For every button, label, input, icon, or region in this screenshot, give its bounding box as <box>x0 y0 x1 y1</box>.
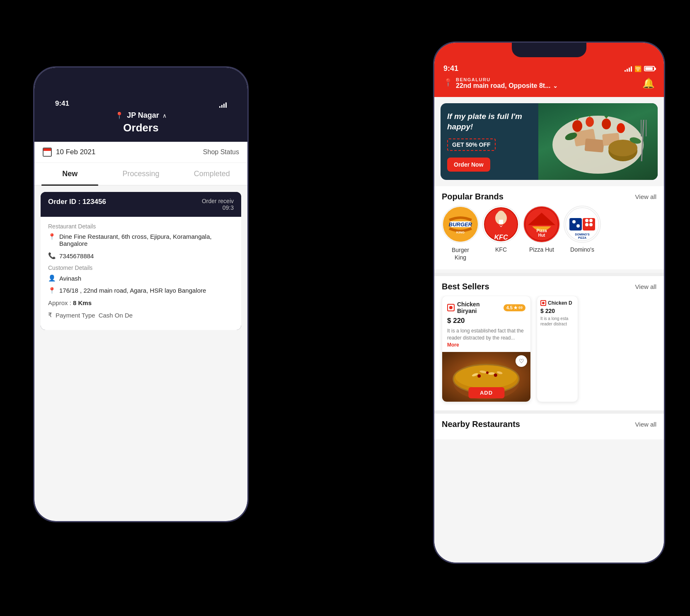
svg-point-44 <box>589 219 593 222</box>
orders-date: 10 Feb 2021 <box>43 148 95 157</box>
ph-logo: Pizza Hut <box>523 206 560 243</box>
food-card-partial-top: Chicken D $ 220 It is a long esta reader… <box>537 296 578 331</box>
svg-point-45 <box>585 223 588 226</box>
svg-point-6 <box>572 120 582 132</box>
customer-section-label: Customer Details <box>48 264 234 271</box>
brand-dominos[interactable]: DOMINO'S PIZZA Domino's <box>564 206 601 261</box>
svg-text:PIZZA: PIZZA <box>578 236 586 239</box>
front-signal-icon <box>625 66 632 72</box>
svg-point-51 <box>455 365 517 388</box>
popular-brands-section: Popular Brands View all BURGER <box>434 186 664 269</box>
back-location-row: 📍 JP Nagar ∧ <box>45 111 237 120</box>
dominos-name: Domino's <box>570 246 594 253</box>
front-time: 9:41 <box>443 64 458 73</box>
svg-rect-40 <box>583 218 595 230</box>
banner-image <box>538 103 658 180</box>
bk-logo: BURGER KING <box>442 206 479 243</box>
city-label: BENGALURU <box>456 77 558 82</box>
promo-banner[interactable]: If my plate is full I'm happy! GET 50% O… <box>441 103 658 180</box>
dominos-logo: DOMINO'S PIZZA <box>564 206 601 243</box>
notch-front <box>512 43 586 57</box>
star-icon: ★ <box>513 305 518 310</box>
address-pin-icon: 📍 <box>48 287 56 294</box>
calendar-icon <box>43 148 52 157</box>
nearby-section: Nearby Restaurants View all <box>434 414 664 439</box>
chevron-icon: ∧ <box>162 112 167 119</box>
bestsellers-title: Best Sellers <box>442 282 489 291</box>
order-received: Order receiv 09:3 <box>202 198 234 211</box>
svg-text:DOMINO'S: DOMINO'S <box>575 233 589 236</box>
bell-icon[interactable]: 🔔 <box>642 78 655 89</box>
nearby-title: Nearby Restaurants <box>442 420 520 429</box>
home-location-row: 📍 BENGALURU 22nd main road, Opposite 8t.… <box>443 77 655 90</box>
svg-point-56 <box>477 374 481 378</box>
svg-rect-39 <box>569 218 582 230</box>
bk-name: BurgerKing <box>452 246 469 261</box>
svg-point-29 <box>497 211 505 221</box>
bestsellers-row: Chicken Biryani 4.5 ★ 69 $ 220 It is a l… <box>434 296 664 408</box>
banner-content: If my plate is full I'm happy! GET 50% O… <box>441 103 549 180</box>
order-header: Order ID : 123456 Order receiv 09:3 <box>41 192 241 217</box>
ph-name: Pizza Hut <box>529 246 554 253</box>
food-card-bottom: ♡ ADD <box>442 352 530 402</box>
orders-tabs: New Processing Completed <box>34 163 247 186</box>
divider-1 <box>434 273 664 276</box>
svg-point-43 <box>585 219 588 222</box>
svg-text:Pizza: Pizza <box>536 228 547 233</box>
kfc-logo: KFC <box>482 206 520 243</box>
back-location: JP Nagar <box>127 111 159 120</box>
offer-badge: GET 50% OFF <box>447 138 496 151</box>
svg-rect-30 <box>499 220 503 224</box>
order-card: Order ID : 123456 Order receiv 09:3 Rest… <box>41 192 241 330</box>
brands-row: BURGER KING BurgerKing <box>434 206 664 267</box>
veg-icon <box>447 304 455 311</box>
tab-new[interactable]: New <box>34 163 105 185</box>
shop-status: Shop Status <box>203 148 239 156</box>
bestsellers-view-all[interactable]: View all <box>635 283 656 290</box>
add-button[interactable]: ADD <box>468 387 504 398</box>
nearby-view-all[interactable]: View all <box>635 421 656 428</box>
food-price: $ 220 <box>447 317 525 325</box>
orders-date-row: 10 Feb 2021 Shop Status <box>34 142 247 163</box>
svg-text:KING: KING <box>456 230 465 234</box>
food-name-row: Chicken Biryani 4.5 ★ 69 <box>447 301 525 314</box>
kfc-name: KFC <box>495 246 507 253</box>
svg-point-41 <box>572 220 576 223</box>
brands-view-all[interactable]: View all <box>635 193 656 200</box>
signal-icon <box>219 102 227 108</box>
banner-title: If my plate is full I'm happy! <box>447 112 542 132</box>
best-sellers-section: Best Sellers View all Chicken Biryani <box>434 276 664 410</box>
food-card-biryani[interactable]: Chicken Biryani 4.5 ★ 69 $ 220 It is a l… <box>442 296 531 402</box>
food-desc: It is a long established fact that the r… <box>447 327 525 348</box>
svg-rect-2 <box>584 138 604 153</box>
orders-title: Orders <box>45 121 237 134</box>
back-time: 9:41 <box>55 99 219 108</box>
partial-price: $ 220 <box>540 308 574 314</box>
wifi-icon: 🛜 <box>634 65 642 72</box>
home-scroll-content[interactable]: If my plate is full I'm happy! GET 50% O… <box>434 97 664 563</box>
battery-icon <box>644 66 655 71</box>
phone-row: 📞 7345678884 <box>48 252 234 259</box>
tab-completed[interactable]: Completed <box>177 163 247 185</box>
brand-burger-king[interactable]: BURGER KING BurgerKing <box>442 206 479 261</box>
order-now-button[interactable]: Order Now <box>447 158 490 172</box>
heart-button[interactable]: ♡ <box>516 355 527 367</box>
partial-name-row: Chicken D <box>540 300 574 306</box>
notch-back <box>104 68 178 81</box>
brand-kfc[interactable]: KFC KFC <box>482 206 520 261</box>
tab-processing[interactable]: Processing <box>105 163 176 185</box>
svg-point-8 <box>586 117 594 127</box>
svg-point-10 <box>602 119 611 129</box>
svg-point-57 <box>486 371 489 374</box>
bestsellers-header: Best Sellers View all <box>434 276 664 296</box>
payment-row: ₹ Payment Type Cash On De <box>48 311 234 319</box>
brand-pizza-hut[interactable]: Pizza Hut Pizza Hut <box>523 206 560 261</box>
address-chevron-icon: ⌄ <box>553 82 558 89</box>
food-name: Chicken Biryani <box>457 301 501 314</box>
food-card-partial[interactable]: Chicken D $ 220 It is a long esta reader… <box>537 296 578 402</box>
order-details: Restaurant Details 📍 Dine Fine Restauran… <box>41 217 241 330</box>
svg-point-12 <box>617 123 625 133</box>
svg-point-42 <box>576 224 580 228</box>
svg-point-46 <box>589 223 593 226</box>
brands-section-header: Popular Brands View all <box>434 186 664 206</box>
